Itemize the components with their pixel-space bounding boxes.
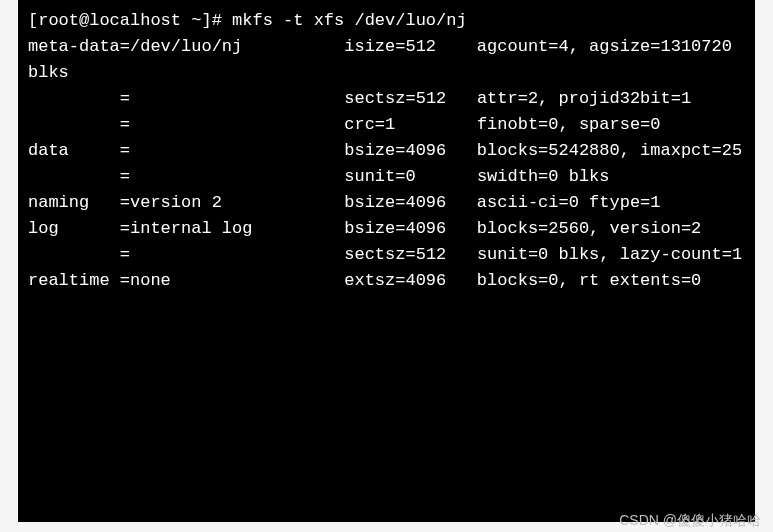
- terminal-line: [root@localhost ~]# mkfs -t xfs /dev/luo…: [28, 8, 745, 34]
- terminal-line: data = bsize=4096 blocks=5242880, imaxpc…: [28, 138, 745, 164]
- terminal-line: = sunit=0 swidth=0 blks: [28, 164, 745, 190]
- terminal-window[interactable]: [root@localhost ~]# mkfs -t xfs /dev/luo…: [18, 0, 755, 522]
- terminal-line: log =internal log bsize=4096 blocks=2560…: [28, 216, 745, 242]
- terminal-line: meta-data=/dev/luo/nj isize=512 agcount=…: [28, 34, 745, 86]
- terminal-line: naming =version 2 bsize=4096 ascii-ci=0 …: [28, 190, 745, 216]
- terminal-line: realtime =none extsz=4096 blocks=0, rt e…: [28, 268, 745, 294]
- terminal-line: = crc=1 finobt=0, sparse=0: [28, 112, 745, 138]
- terminal-line: = sectsz=512 attr=2, projid32bit=1: [28, 86, 745, 112]
- terminal-line: = sectsz=512 sunit=0 blks, lazy-count=1: [28, 242, 745, 268]
